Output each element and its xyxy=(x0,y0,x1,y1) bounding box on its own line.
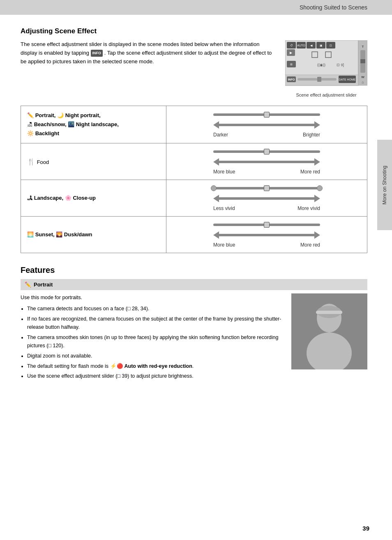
slider-track-wrap xyxy=(213,111,320,118)
double-arrow-svg xyxy=(213,231,320,240)
slider-circle-right xyxy=(317,185,323,191)
portrait-photo xyxy=(291,293,367,369)
list-item: Digital zoom is not available. xyxy=(27,352,283,360)
double-arrow-svg xyxy=(213,120,320,129)
svg-text:W: W xyxy=(361,75,364,79)
svg-rect-22 xyxy=(297,78,337,81)
slider-labels: Darker Brighter xyxy=(213,132,320,138)
use-mode-text: Use this mode for portraits. xyxy=(21,293,283,302)
table-row: ✏️ Portrait, 🌙 Night portrait, 🏖 Beach/s… xyxy=(21,106,367,143)
svg-rect-29 xyxy=(360,59,365,63)
slider-cell: Darker Brighter xyxy=(166,106,367,143)
slider-widget: Darker Brighter xyxy=(173,111,361,138)
mode-cell: 🌅 Sunset, 🌄 Dusk/dawn xyxy=(21,217,166,253)
side-tab-label: More on Shooting xyxy=(382,166,387,205)
svg-marker-38 xyxy=(213,195,219,202)
label-right: More red xyxy=(300,242,320,248)
mode-cell: 🏞 Landscape, 🌸 Close-up xyxy=(21,180,166,217)
svg-text:⊞: ⊞ xyxy=(290,63,293,66)
list-item: The default setting for flash mode is ⚡🔴… xyxy=(27,362,283,371)
svg-marker-43 xyxy=(314,231,320,239)
svg-rect-23 xyxy=(317,77,321,82)
svg-rect-36 xyxy=(219,161,314,163)
slider-widget: More blue More red xyxy=(173,222,361,248)
slider-thumb xyxy=(264,222,270,228)
sunset-icon: 🌅 xyxy=(27,231,35,238)
svg-rect-42 xyxy=(219,234,314,236)
portrait-icon: ✏️ xyxy=(25,282,31,288)
features-row: Use this mode for portraits. The camera … xyxy=(21,293,367,382)
slider-thumb xyxy=(264,185,270,191)
intro-row: The scene effect adjustment slider is di… xyxy=(21,40,367,97)
main-content: Adjusting Scene Effect The scene effect … xyxy=(0,15,392,390)
camera-diagram: ⏱ AUTO ◀ ▣ ⊡ ▶ ⊞ xyxy=(285,40,367,97)
list-item: The camera detects and focuses on a face… xyxy=(27,305,283,313)
table-row: 🌅 Sunset, 🌄 Dusk/dawn xyxy=(21,217,367,253)
food-icon: 🍴 xyxy=(27,158,35,165)
features-title: Features xyxy=(21,265,367,275)
double-arrow-svg xyxy=(213,157,320,166)
diagram-caption: Scene effect adjustment slider xyxy=(285,92,367,97)
info-button: INFO xyxy=(91,50,103,56)
effect-table: ✏️ Portrait, 🌙 Night portrait, 🏖 Beach/s… xyxy=(21,106,367,253)
label-left: More blue xyxy=(213,242,235,248)
mode-icon4: 🌃 xyxy=(68,121,76,127)
list-item: Use the scene effect adjustment slider (… xyxy=(27,372,283,381)
camera-mockup-svg: ⏱ AUTO ◀ ▣ ⊡ ▶ ⊞ xyxy=(285,40,367,90)
list-item: The camera smoothes skin tones (in up to… xyxy=(27,333,283,350)
label-left: Darker xyxy=(213,132,228,138)
mode-icon: ✏️ xyxy=(27,112,35,118)
mode-icon3: 🏖 xyxy=(27,121,34,127)
header-title: Shooting Suited to Scenes xyxy=(300,4,367,11)
list-item: If no faces are recognized, the camera f… xyxy=(27,315,283,332)
features-bullets: The camera detects and focuses on a face… xyxy=(21,305,283,381)
svg-text:⏱: ⏱ xyxy=(290,44,293,47)
svg-text:AUTO: AUTO xyxy=(297,44,305,47)
landscape-icon: 🏞 xyxy=(27,195,34,201)
label-right: More red xyxy=(300,169,320,175)
page: Shooting Suited to Scenes More on Shooti… xyxy=(0,0,392,540)
svg-marker-35 xyxy=(213,158,219,166)
svg-rect-33 xyxy=(219,124,314,126)
features-section: Features ✏️ Portrait Use this mode for p… xyxy=(21,265,367,382)
mode-label: Portrait, xyxy=(35,112,56,118)
table-row: 🏞 Landscape, 🌸 Close-up xyxy=(21,180,367,217)
label-right: More vivid xyxy=(297,205,320,211)
portrait-header-label: Portrait xyxy=(34,282,53,288)
slider-thumb xyxy=(264,149,270,155)
svg-text:⊡: ⊡ xyxy=(330,44,332,47)
svg-text:⌂: ⌂ xyxy=(362,80,364,84)
svg-text:DATE HOME: DATE HOME xyxy=(339,78,355,81)
slider-labels: More blue More red xyxy=(213,169,320,175)
double-arrow-svg xyxy=(213,194,320,203)
mode-cell: ✏️ Portrait, 🌙 Night portrait, 🏖 Beach/s… xyxy=(21,106,166,143)
portrait-photo-svg xyxy=(291,293,367,369)
slider-widget: More blue More red xyxy=(173,148,361,175)
slider-labels: More blue More red xyxy=(213,242,320,248)
slider-cell: More blue More red xyxy=(166,217,367,253)
label-right: Brighter xyxy=(303,132,320,138)
svg-marker-37 xyxy=(314,158,320,166)
svg-text:⊡ 9]: ⊡ 9] xyxy=(337,63,344,67)
side-tab: More on Shooting xyxy=(377,140,392,230)
svg-text:▶: ▶ xyxy=(290,51,293,55)
slider-cell: Less vivid More vivid xyxy=(166,180,367,217)
slider-track-wrap xyxy=(213,185,320,192)
svg-text:T: T xyxy=(362,45,364,48)
header-bar: Shooting Suited to Scenes xyxy=(0,0,392,15)
features-text: Use this mode for portraits. The camera … xyxy=(21,293,283,382)
slider-track-wrap xyxy=(213,222,320,228)
dusk-icon: 🌄 xyxy=(56,231,64,238)
closeup-icon: 🌸 xyxy=(65,195,73,201)
food-label: Food xyxy=(37,159,49,165)
intro-text: The scene effect adjustment slider is di… xyxy=(21,40,277,97)
svg-marker-40 xyxy=(314,195,320,202)
page-number: 39 xyxy=(362,525,369,532)
table-row: 🍴 Food xyxy=(21,143,367,180)
slider-widget: Less vivid More vivid xyxy=(173,185,361,211)
svg-marker-34 xyxy=(314,121,320,129)
svg-marker-41 xyxy=(213,231,219,239)
label-left: Less vivid xyxy=(213,205,235,211)
mode-cell: 🍴 Food xyxy=(21,143,166,180)
slider-circle-left xyxy=(211,185,217,191)
